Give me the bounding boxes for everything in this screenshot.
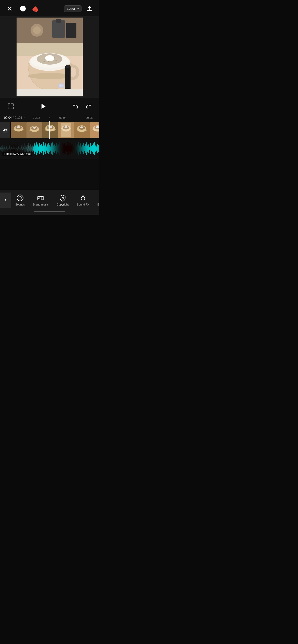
back-button[interactable] [0,193,11,208]
video-thumbnail-6 [90,122,99,138]
controls-bar [0,98,99,115]
quality-selector[interactable]: 1080P ▾ [64,5,82,12]
video-frame [17,18,83,96]
svg-rect-98 [33,147,34,151]
svg-rect-67 [2,146,2,151]
video-thumbnail-4 [58,122,74,138]
svg-point-22 [56,60,57,61]
video-thumbnail-2 [26,122,42,138]
svg-rect-80 [15,145,15,152]
top-bar-left [5,4,39,13]
svg-point-27 [61,86,62,86]
nav-item-sound-fx[interactable]: Sound FX [73,193,93,208]
svg-rect-70 [5,145,5,152]
svg-rect-162 [98,145,99,152]
svg-point-26 [60,85,61,85]
sounds-icon [17,194,24,201]
svg-rect-94 [29,146,30,151]
svg-rect-157 [93,143,94,154]
svg-rect-100 [35,145,36,152]
svg-rect-133 [69,147,69,151]
copyright-icon [59,194,66,201]
svg-rect-137 [73,147,73,150]
help-button[interactable] [18,4,28,13]
svg-rect-119 [55,144,55,153]
svg-rect-68 [3,145,3,152]
svg-rect-97 [32,145,33,152]
svg-point-64 [96,126,99,128]
svg-point-21 [44,61,45,62]
svg-rect-32 [17,89,83,96]
play-button[interactable] [37,101,49,112]
svg-rect-77 [12,145,12,152]
svg-rect-160 [96,147,97,151]
svg-rect-113 [48,143,49,154]
svg-point-28 [61,86,61,86]
svg-point-29 [62,85,62,85]
svg-rect-159 [95,145,96,152]
svg-rect-127 [63,143,63,154]
svg-rect-91 [26,147,26,151]
svg-rect-124 [60,142,60,155]
close-button[interactable] [5,4,14,13]
svg-rect-121 [57,143,57,154]
nav-item-brand-music[interactable]: Brand music [29,193,52,208]
svg-rect-145 [81,147,82,151]
nav-item-sounds[interactable]: Sounds [11,193,29,208]
expand-button[interactable] [6,102,15,111]
svg-rect-132 [68,142,68,155]
top-bar: 1080P ▾ [0,0,99,16]
svg-rect-148 [84,146,85,151]
svg-rect-101 [36,142,37,155]
video-thumbnail-3 [42,122,58,138]
tiktok-logo [32,5,39,12]
svg-rect-161 [97,144,98,153]
bottom-navigation: Sounds Brand music [0,190,99,209]
copyright-label: Copyright [57,203,69,206]
svg-rect-83 [18,145,18,152]
top-bar-right: 1080P ▾ [64,4,94,13]
svg-rect-6 [56,19,61,23]
svg-rect-139 [75,143,75,154]
svg-rect-117 [52,142,53,155]
svg-rect-140 [76,146,76,151]
waveform-container: If I'm in Love with You [0,139,99,157]
strip-mute-icon[interactable] [0,122,10,138]
svg-rect-130 [66,146,66,151]
svg-rect-138 [74,145,74,152]
video-thumbnail-1 [11,122,26,138]
svg-rect-142 [78,142,78,155]
video-thumbnail-5 [74,122,90,138]
svg-rect-110 [45,143,46,154]
svg-rect-152 [88,144,89,153]
svg-rect-144 [80,143,80,154]
export-button[interactable] [85,4,94,13]
timeline-empty-area [0,159,99,190]
svg-point-48 [48,126,52,128]
svg-rect-108 [43,142,44,155]
svg-rect-7 [66,23,76,38]
undo-button[interactable] [71,102,80,111]
svg-rect-112 [47,144,48,153]
nav-item-extract[interactable]: Extract [93,193,99,208]
svg-rect-134 [70,143,70,154]
home-bar [34,211,65,212]
home-indicator [0,209,99,215]
svg-rect-123 [59,144,59,153]
svg-rect-84 [19,147,19,151]
svg-point-165 [20,198,20,198]
svg-rect-30 [65,66,71,90]
nav-item-copyright[interactable]: Copyright [52,193,73,208]
svg-rect-128 [64,144,64,153]
svg-rect-153 [89,147,90,150]
svg-rect-154 [90,143,91,154]
svg-rect-78 [13,146,13,151]
total-time: 01:01 [15,116,22,120]
svg-rect-5 [52,20,65,38]
svg-rect-74 [9,145,9,152]
extract-icon [98,194,99,201]
video-strip[interactable] [0,121,99,139]
svg-rect-76 [11,147,11,150]
redo-button[interactable] [84,102,93,111]
svg-rect-107 [42,146,43,151]
